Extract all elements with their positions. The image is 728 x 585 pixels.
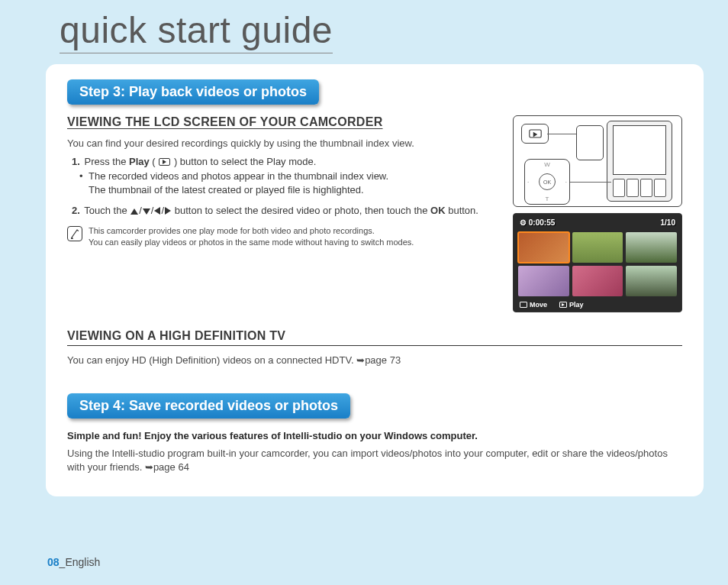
item1-part-d: ) button to select the Play mode. — [171, 156, 316, 167]
note-row: This camcorder provides one play mode fo… — [67, 225, 501, 248]
dpad-diagram: W T · · OK — [524, 159, 570, 205]
item1-sub-b: The thumbnail of the latest created or p… — [72, 183, 501, 197]
triangle-down-icon — [143, 208, 150, 215]
dpad-left-dot: · — [527, 179, 529, 186]
lcd-thumbnail — [626, 232, 677, 263]
hd-tv-page-ref: page 73 — [365, 354, 401, 366]
camcorder-diagram: W T · · OK — [513, 115, 682, 207]
hd-tv-text-a: You can enjoy HD (High Definition) video… — [67, 354, 356, 366]
page-ref-arrow-icon: ➥ — [356, 354, 365, 366]
camcorder-button-row — [613, 179, 666, 197]
item1-part-a: Press the — [84, 156, 129, 167]
play-icon — [159, 158, 170, 166]
lcd-top-bar: ⚙ 0:00:55 1/10 — [514, 214, 681, 231]
lcd-thumbnail — [518, 266, 569, 296]
lcd-thumbnail-grid — [514, 231, 681, 298]
leader-line-2 — [569, 182, 611, 183]
content-card: Step 3: Play back videos or photos VIEWI… — [46, 64, 704, 496]
page-title: quick start guide — [60, 9, 333, 53]
item1-sub-a: The recorded videos and photos appear in… — [72, 170, 501, 183]
step3-list: 1. Press the Play ( ) button to select t… — [67, 155, 501, 218]
num-1: 1. — [72, 156, 80, 167]
camcorder-outline: W T · · OK — [576, 121, 675, 202]
lcd-time: ⚙ 0:00:55 — [520, 218, 555, 227]
step3-row: VIEWING THE LCD SCREEN OF YOUR CAMCORDER… — [67, 115, 682, 312]
lcd-count: 1/10 — [661, 218, 675, 227]
item1-play-word: Play — [129, 156, 150, 167]
heading-lcd-screen: VIEWING THE LCD SCREEN OF YOUR CAMCORDER — [67, 115, 501, 129]
note-line-a: This camcorder provides one play mode fo… — [89, 225, 414, 237]
lcd-thumbnail — [626, 266, 677, 296]
diagram-column: W T · · OK ⚙ 0:00:55 1/10 — [513, 115, 682, 312]
lcd-play-label: Play — [559, 301, 584, 309]
lcd-thumbnail — [572, 232, 623, 263]
item2-part-a: Touch the — [84, 205, 130, 216]
camcorder-button — [627, 179, 639, 197]
lcd-thumbnail — [572, 266, 623, 296]
note-text: This camcorder provides one play mode fo… — [89, 225, 414, 248]
step3-item-2: 2. Touch the /// button to select the de… — [72, 204, 501, 218]
page-number: 08 — [47, 556, 60, 568]
lcd-thumbnail-selected — [518, 232, 569, 263]
step4-bold-line: Simple and fun! Enjoy the various featur… — [67, 429, 682, 443]
note-icon — [67, 226, 82, 241]
move-icon — [520, 302, 527, 308]
item1-part-c: ( — [150, 156, 159, 167]
camcorder-button — [640, 179, 652, 197]
step3-text-column: VIEWING THE LCD SCREEN OF YOUR CAMCORDER… — [67, 115, 501, 312]
page-ref-arrow-icon: ➥ — [145, 461, 153, 473]
triangle-left-icon — [154, 207, 160, 215]
dpad-up-label: W — [544, 161, 550, 168]
triangle-up-icon — [130, 208, 138, 215]
viewing-tv-section: VIEWING ON A HIGH DEFINITION TV You can … — [67, 329, 682, 367]
camcorder-screen — [613, 125, 666, 175]
step3-pill: Step 3: Play back videos or photos — [67, 79, 319, 105]
play-icon — [529, 130, 542, 138]
intro-text: You can find your desired recordings qui… — [67, 137, 501, 150]
dpad-down-label: T — [546, 196, 549, 202]
page-footer: 08_English — [47, 556, 100, 568]
play-icon — [559, 302, 567, 308]
dpad-ok-label: OK — [539, 173, 556, 190]
lcd-move-label: Move — [520, 301, 547, 309]
num-2: 2. — [72, 205, 80, 216]
lcd-bottom-bar: Move Play — [514, 298, 681, 312]
diagram-play-chip — [521, 124, 549, 144]
triangle-right-icon — [165, 207, 171, 215]
item2-ok-word: OK — [430, 205, 446, 216]
item2-part-b: button to select the desired video or ph… — [172, 205, 430, 216]
note-line-b: You can easily play videos or photos in … — [89, 237, 414, 248]
step4-page-ref: page 64 — [153, 461, 189, 473]
step4-body: Using the Intelli-studio program built-i… — [67, 447, 682, 473]
camcorder-button — [654, 179, 666, 197]
hd-tv-text: You can enjoy HD (High Definition) video… — [67, 354, 682, 367]
page-language: English — [65, 556, 100, 568]
step3-item-1: 1. Press the Play ( ) button to select t… — [72, 155, 501, 197]
camcorder-lens — [576, 125, 604, 160]
item2-part-d: button. — [446, 205, 478, 216]
step4-pill: Step 4: Save recorded videos or photos — [67, 393, 350, 419]
camcorder-button — [613, 179, 625, 197]
dpad-right-dot: · — [565, 179, 567, 186]
lcd-thumbnail-panel: ⚙ 0:00:55 1/10 Move Play — [513, 213, 682, 312]
heading-hd-tv: VIEWING ON A HIGH DEFINITION TV — [67, 329, 682, 346]
